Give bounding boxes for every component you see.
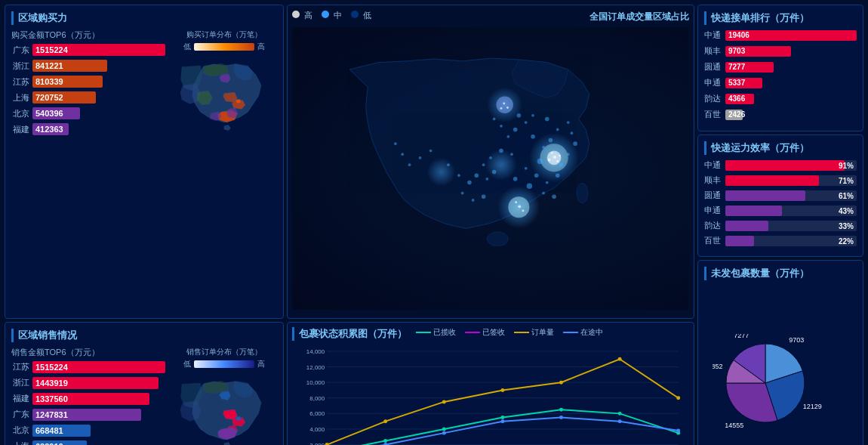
svg-point-37 (525, 121, 528, 124)
bar-wrap: 720752 (32, 91, 165, 104)
bar-row: 北京 668481 (11, 425, 165, 437)
express-bar-wrap: 19406 (725, 30, 857, 41)
svg-point-48 (472, 199, 475, 202)
y-label: 4,000 (309, 426, 325, 433)
eff-bar (725, 190, 805, 201)
line-langshou (327, 409, 679, 445)
svg-point-11 (531, 134, 535, 139)
svg-point-27 (489, 156, 492, 159)
bar-wrap: 1337560 (32, 393, 165, 405)
pie-title: 未发包裹数量（万件） (704, 267, 857, 280)
bar-value: 623916 (35, 442, 63, 445)
express-value: 9703 (728, 47, 745, 55)
bar-row: 上海 623916 (11, 440, 165, 445)
chart-dot (500, 416, 504, 419)
express-value: 5337 (728, 79, 745, 87)
legend-langshou-line (416, 332, 431, 333)
chart-dot (618, 419, 622, 423)
express-name: 顺丰 (704, 45, 725, 57)
eff-row: 顺丰 71% (704, 175, 857, 186)
bar-wrap: 1443919 (32, 377, 165, 389)
bar-row: 浙江 841221 (11, 60, 165, 72)
svg-point-35 (493, 118, 496, 121)
express-row: 圆通 7277 (704, 61, 857, 73)
bar-label: 福建 (11, 393, 29, 404)
express-name: 申通 (704, 77, 725, 88)
bar-label: 北京 (11, 425, 29, 436)
buy-panel: 区域购买力 购买金额TOP6（万元） 广东 1515224 浙江 841221 … (5, 5, 284, 319)
chart-dot (559, 416, 563, 419)
legend-low-dot (351, 11, 359, 18)
eff-bar-wrap: 71% (725, 175, 857, 186)
efficiency-panel: 快递运力效率（万件） 中通 91% 顺丰 71% 圆通 61% 申通 43% 韵… (697, 134, 863, 257)
svg-point-50 (419, 156, 422, 159)
svg-point-42 (573, 141, 577, 146)
eff-bar-wrap: 22% (725, 236, 857, 246)
pie-chart: 9703121291455548527277 (713, 334, 848, 432)
svg-point-6 (496, 97, 512, 113)
eff-row: 中通 91% (704, 159, 857, 171)
svg-point-36 (517, 113, 522, 118)
bar-value: 1443919 (35, 379, 68, 388)
express-bar-wrap: 7277 (725, 62, 857, 73)
bar-value: 810339 (35, 77, 63, 86)
legend-dingdan-line (514, 332, 529, 333)
bar-wrap: 1515224 (32, 361, 165, 373)
svg-point-32 (506, 135, 509, 138)
legend-zaitu-line (563, 332, 578, 333)
express-row: 百世 2426 (704, 109, 857, 120)
svg-point-30 (485, 178, 488, 181)
bar-wrap: 412363 (32, 123, 165, 135)
eff-name: 申通 (704, 205, 725, 216)
efficiency-title: 快递运力效率（万件） (704, 141, 857, 155)
eff-pct: 71% (839, 176, 854, 184)
svg-point-41 (571, 131, 574, 134)
buy-map (171, 55, 277, 142)
sell-panel-title: 区域销售情况 (11, 329, 277, 342)
bar-row: 广东 1515224 (11, 44, 165, 56)
bar-value: 720752 (35, 93, 63, 102)
line-dingdan (327, 359, 679, 444)
sell-map (171, 372, 277, 445)
chart-dot (676, 428, 680, 432)
right-panel: 快递接单排行（万件） 中通 19406 顺丰 9703 圆通 7277 申通 5… (697, 5, 863, 445)
svg-point-63 (503, 102, 505, 104)
svg-point-19 (534, 173, 539, 178)
svg-point-57 (551, 152, 553, 154)
eff-row: 百世 22% (704, 235, 857, 246)
bar-wrap: 1515224 (32, 44, 165, 56)
svg-point-34 (500, 125, 503, 128)
bar-row: 浙江 1443919 (11, 377, 165, 389)
dashboard: 区域购买力 购买金额TOP6（万元） 广东 1515224 浙江 841221 … (0, 0, 868, 445)
chart-dot (383, 439, 387, 443)
bar-row: 江苏 1515224 (11, 361, 165, 373)
chart-dot (559, 407, 563, 411)
svg-point-60 (518, 205, 521, 208)
sell-gradient-legend: 低 高 (183, 359, 265, 369)
bar-value: 1337560 (35, 394, 68, 403)
pie-panel: 未发包裹数量（万件） 9703121291455548527277 (697, 260, 863, 445)
bar-wrap: 1247831 (32, 409, 165, 421)
eff-name: 韵达 (704, 220, 725, 231)
bar-label: 广东 (11, 45, 29, 56)
svg-point-64 (506, 107, 509, 109)
express-name: 圆通 (704, 61, 725, 73)
eff-pct: 22% (839, 236, 854, 245)
bar-label: 浙江 (11, 60, 29, 72)
eff-pct: 61% (839, 191, 854, 199)
bar-value: 1515224 (35, 363, 68, 372)
bar-label: 广东 (11, 409, 29, 420)
svg-point-0 (577, 183, 588, 202)
eff-row: 申通 43% (704, 205, 857, 216)
buy-panel-title: 区域购买力 (11, 11, 277, 25)
svg-point-20 (525, 167, 528, 170)
line-chart: 1002,0004,0006,0008,00010,00012,00014,00… (292, 344, 689, 445)
eff-row: 韵达 33% (704, 220, 857, 231)
bar-row: 广东 1247831 (11, 409, 165, 421)
eff-name: 顺丰 (704, 175, 725, 186)
express-name: 中通 (704, 29, 725, 41)
eff-bar-wrap: 33% (725, 221, 857, 231)
svg-point-22 (527, 183, 532, 188)
legend-mid-dot (322, 11, 329, 18)
express-name: 韵达 (704, 93, 725, 104)
